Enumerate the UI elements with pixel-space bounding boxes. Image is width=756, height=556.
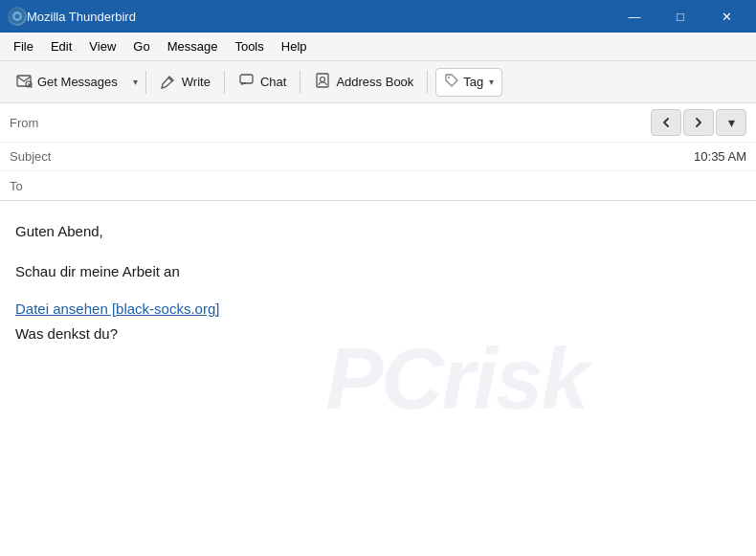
menu-tools[interactable]: Tools bbox=[227, 35, 271, 57]
write-button[interactable]: Write bbox=[150, 66, 220, 99]
window-controls: — □ ✕ bbox=[612, 0, 748, 33]
to-label: To bbox=[10, 179, 62, 193]
svg-rect-6 bbox=[240, 75, 253, 83]
write-label: Write bbox=[182, 75, 211, 89]
menu-message[interactable]: Message bbox=[160, 35, 226, 57]
menu-view[interactable]: View bbox=[81, 35, 123, 57]
tag-dropdown-arrow: ▾ bbox=[489, 77, 494, 87]
toolbar-separator-2 bbox=[224, 71, 225, 94]
menu-help[interactable]: Help bbox=[274, 35, 315, 57]
email-line3: Was denkst du? bbox=[15, 322, 741, 345]
timestamp: 10:35 AM bbox=[694, 149, 746, 164]
toolbar: Get Messages ▾ Write Chat bbox=[0, 61, 756, 103]
main-content: From ▾ Subject 10:35 AM bbox=[0, 103, 756, 556]
chat-label: Chat bbox=[260, 75, 286, 89]
minimize-button[interactable]: — bbox=[612, 0, 656, 33]
menu-go[interactable]: Go bbox=[125, 35, 157, 57]
address-book-icon bbox=[314, 72, 331, 93]
chat-button[interactable]: Chat bbox=[229, 66, 296, 99]
menu-edit[interactable]: Edit bbox=[43, 35, 79, 57]
email-link[interactable]: Datei ansehen [black-socks.org] bbox=[15, 300, 219, 317]
to-row: To bbox=[0, 171, 756, 200]
email-line2: Schau dir meine Arbeit an bbox=[15, 260, 741, 283]
get-messages-label: Get Messages bbox=[37, 75, 118, 89]
tag-icon bbox=[444, 73, 459, 92]
next-email-button[interactable] bbox=[683, 109, 714, 136]
write-icon bbox=[160, 72, 177, 93]
svg-point-2 bbox=[15, 14, 20, 19]
email-header: From ▾ Subject 10:35 AM bbox=[0, 103, 756, 201]
prev-email-button[interactable] bbox=[651, 109, 681, 136]
chat-icon bbox=[238, 72, 256, 93]
svg-point-9 bbox=[448, 77, 450, 78]
menu-file[interactable]: File bbox=[6, 35, 41, 57]
get-messages-icon bbox=[15, 72, 33, 93]
email-body: PCrisk Guten Abend, Schau dir meine Arbe… bbox=[0, 201, 756, 556]
tag-button[interactable]: Tag ▾ bbox=[435, 68, 502, 97]
tag-label: Tag bbox=[463, 75, 483, 89]
email-content: Guten Abend, Schau dir meine Arbeit an D… bbox=[15, 220, 741, 345]
toolbar-separator-3 bbox=[300, 71, 300, 94]
menu-bar: File Edit View Go Message Tools Help bbox=[0, 33, 756, 61]
from-row: From ▾ bbox=[0, 103, 756, 143]
from-label: From bbox=[10, 116, 62, 130]
email-greeting: Guten Abend, bbox=[15, 220, 741, 243]
get-messages-button[interactable]: Get Messages bbox=[6, 66, 127, 99]
subject-label: Subject bbox=[10, 149, 62, 164]
app-icon bbox=[8, 7, 27, 26]
window-title: Mozilla Thunderbird bbox=[27, 10, 612, 24]
address-book-label: Address Book bbox=[336, 75, 413, 89]
toolbar-separator-4 bbox=[427, 71, 428, 94]
toolbar-separator-1 bbox=[145, 71, 146, 94]
get-messages-dropdown[interactable]: ▾ bbox=[129, 66, 142, 99]
expand-header-button[interactable]: ▾ bbox=[716, 109, 746, 136]
maximize-button[interactable]: □ bbox=[658, 0, 702, 33]
nav-buttons: ▾ bbox=[651, 109, 746, 136]
close-button[interactable]: ✕ bbox=[704, 0, 748, 33]
subject-row: Subject 10:35 AM bbox=[0, 143, 756, 171]
title-bar: Mozilla Thunderbird — □ ✕ bbox=[0, 0, 756, 33]
svg-point-8 bbox=[321, 77, 325, 81]
address-book-button[interactable]: Address Book bbox=[304, 66, 423, 99]
